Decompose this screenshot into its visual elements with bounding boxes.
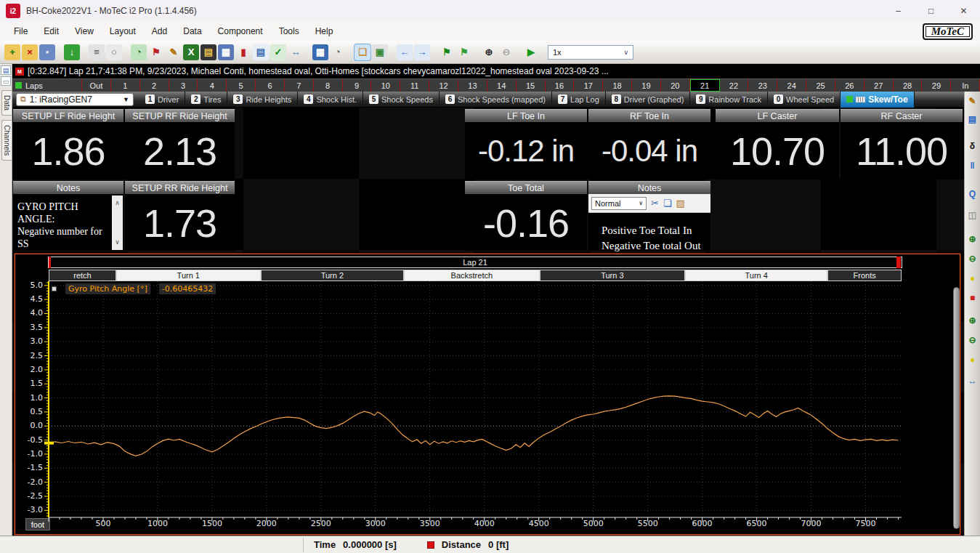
lap-cell-21[interactable]: 21	[690, 79, 720, 92]
lap-cell-2[interactable]: 2	[140, 79, 169, 92]
compare-overlay-icon[interactable]: ◫	[965, 208, 979, 222]
note-edit-icon[interactable]: ✎	[965, 94, 979, 108]
save-icon[interactable]: ▪	[39, 44, 55, 60]
add-marker-icon[interactable]: ⚑	[456, 44, 472, 60]
tab-wheel-speed[interactable]: 0Wheel Speed	[768, 92, 841, 108]
lap-cell-29[interactable]: 29	[922, 79, 951, 92]
comment-icon[interactable]: ▭	[1, 76, 11, 86]
lap-cell-13[interactable]: 13	[458, 79, 487, 92]
delta-icon[interactable]: δ	[965, 139, 979, 153]
track-section-fronts[interactable]: Fronts	[827, 270, 902, 281]
lap-cell-28[interactable]: 28	[894, 79, 923, 92]
cut-icon[interactable]: ✂	[651, 198, 659, 209]
lap-cell-in[interactable]: In	[951, 79, 980, 92]
maths-grid-icon[interactable]: ▦	[312, 44, 328, 60]
lap-cell-17[interactable]: 17	[574, 79, 603, 92]
menu-edit[interactable]: Edit	[36, 23, 67, 39]
sidebar-tab-channels[interactable]: Channels	[1, 120, 12, 161]
report-icon[interactable]: ▤	[253, 44, 269, 60]
gyro-pitch-graph[interactable]: Lap 21 Gyro Pitch Angle [°] -0.60465432 …	[15, 254, 960, 535]
lap-cell-7[interactable]: 7	[285, 79, 314, 92]
notes-scrollbar[interactable]: ∧ ∨	[112, 195, 123, 250]
zoom-in-vertical-icon[interactable]: ⊕	[965, 313, 979, 327]
overlay-offset-icon[interactable]: ▣	[372, 44, 388, 60]
graph-vertical-scrollbar[interactable]	[953, 287, 960, 529]
lap-cell-4[interactable]: 4	[198, 79, 227, 92]
temperature-icon[interactable]: ▮	[235, 44, 251, 60]
paste-icon[interactable]: ▨	[676, 198, 685, 209]
lap-cell-20[interactable]: 20	[661, 79, 690, 92]
cursor-pair-icon[interactable]: ‖	[965, 158, 979, 172]
time-icon[interactable]: ◔	[330, 44, 346, 60]
align-icon[interactable]: ↔	[288, 44, 304, 60]
lap-cell-10[interactable]: 10	[371, 79, 400, 92]
video-icon[interactable]: ▤	[201, 44, 216, 60]
lap-cell-14[interactable]: 14	[487, 79, 517, 92]
zoom-disabled-icon[interactable]: ⊖	[498, 44, 514, 60]
zoom-full-time-icon[interactable]: ●	[965, 271, 979, 285]
zoom-out-time-icon[interactable]: ⊖	[965, 251, 979, 265]
calculator-icon[interactable]: ▦	[218, 44, 234, 60]
print-preview-icon[interactable]: ○	[106, 44, 122, 60]
lap-cell-22[interactable]: 22	[720, 79, 749, 92]
tab-tires[interactable]: 2Tires	[185, 92, 227, 108]
zoom-in-time-icon[interactable]: ⊕	[965, 232, 979, 246]
minimize-button[interactable]: –	[882, 0, 915, 22]
tab-driver-graphed-[interactable]: 8Driver (Graphed)	[606, 92, 691, 108]
tab-shock-hist-[interactable]: 4Shock Hist.	[298, 92, 363, 108]
track-section-retch[interactable]: retch	[49, 270, 116, 281]
tab-shock-speeds[interactable]: 5Shock Speeds	[363, 92, 440, 108]
prev-lap-icon[interactable]: ←	[397, 44, 413, 60]
edit-icon[interactable]: ✎	[166, 44, 182, 60]
scroll-down-icon[interactable]: ∨	[115, 236, 120, 249]
copy-icon[interactable]: ❏	[663, 198, 672, 209]
track-section-turn-2[interactable]: Turn 2	[261, 270, 404, 281]
lap-cell-8[interactable]: 8	[314, 79, 343, 92]
lap-cell-9[interactable]: 9	[343, 79, 372, 92]
lap-cell-24[interactable]: 24	[777, 79, 806, 92]
menu-view[interactable]: View	[67, 23, 102, 39]
gauge-icon[interactable]: ◔	[131, 44, 147, 60]
print-icon[interactable]: ≡	[89, 44, 105, 60]
lap-cell-out[interactable]: Out	[82, 79, 111, 92]
menu-component[interactable]: Component	[210, 23, 271, 39]
lap-cell-18[interactable]: 18	[603, 79, 632, 92]
lap-cell-27[interactable]: 27	[864, 79, 894, 92]
track-section-turn-1[interactable]: Turn 1	[116, 270, 261, 281]
lap-cell-19[interactable]: 19	[632, 79, 661, 92]
export-icon[interactable]: ↓	[64, 44, 80, 60]
lap-cell-16[interactable]: 16	[546, 79, 575, 92]
sidebar-tab-data[interactable]: Data	[1, 90, 12, 116]
lap-cell-12[interactable]: 12	[429, 79, 458, 92]
workbook-selector[interactable]: ⧉ 1: iRacingGEN7 ▼	[16, 93, 134, 106]
notes-text-area[interactable]: Positive Toe Total In Negative Toe total…	[588, 213, 710, 254]
track-section-turn-3[interactable]: Turn 3	[540, 270, 685, 281]
marker-icon[interactable]: ⚑	[439, 44, 455, 60]
tab-driver[interactable]: 1Driver	[139, 92, 185, 108]
lap-cell-15[interactable]: 15	[517, 79, 546, 92]
tab-lap-log[interactable]: 7Lap Log	[552, 92, 606, 108]
maximize-button[interactable]: □	[915, 0, 947, 22]
lap-cell-3[interactable]: 3	[169, 79, 198, 92]
close-button[interactable]: ✕	[947, 0, 980, 22]
close-file-icon[interactable]: ×	[22, 44, 38, 60]
track-section-turn-4[interactable]: Turn 4	[685, 270, 827, 281]
text-style-select[interactable]: Normal ∨	[591, 197, 647, 210]
track-section-backstretch[interactable]: Backstretch	[404, 270, 540, 281]
excel-icon[interactable]: X	[183, 44, 199, 60]
gyro-pitch-plot[interactable]	[44, 281, 902, 522]
notes-text-area[interactable]: GYRO PITCH ANGLE: Negative number for SS…	[13, 194, 123, 251]
zoom-selection-icon[interactable]: ■	[965, 291, 979, 304]
play-icon[interactable]: ▶	[523, 44, 539, 60]
details-icon[interactable]: ▤	[1, 65, 11, 75]
tab-ride-heights[interactable]: 3Ride Heights	[227, 92, 298, 108]
lap-cell-23[interactable]: 23	[748, 79, 777, 92]
menu-tools[interactable]: Tools	[271, 23, 307, 39]
tab-rainbow-track[interactable]: 9Rainbow Track	[690, 92, 768, 108]
zoom-cursor-icon[interactable]: Q	[965, 187, 979, 201]
flag-icon[interactable]: ⚑	[148, 44, 164, 60]
scroll-up-icon[interactable]: ∧	[115, 197, 120, 209]
menu-layout[interactable]: Layout	[102, 23, 144, 39]
overlay-icon[interactable]: ❏	[355, 44, 370, 60]
tab-shock-speeds-mapped-[interactable]: 6Shock Speeds (mapped)	[440, 92, 552, 108]
